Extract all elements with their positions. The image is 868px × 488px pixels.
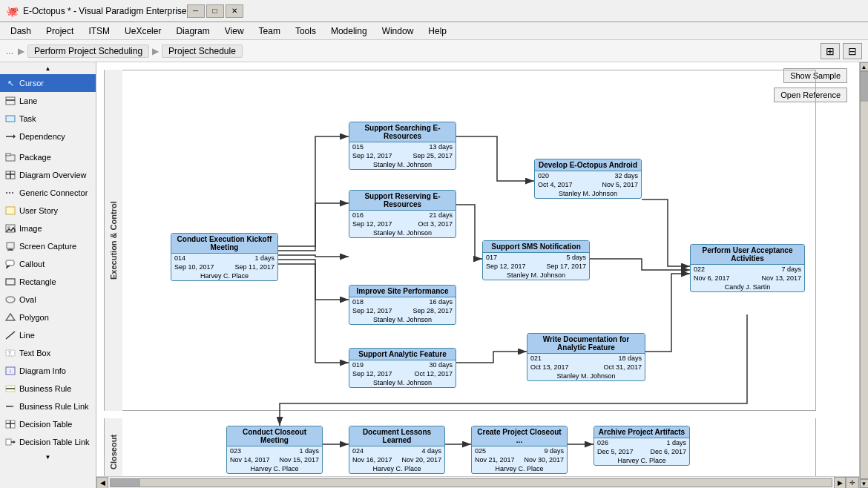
tool-callout[interactable]: Callout (0, 255, 96, 273)
svg-rect-17 (6, 260, 14, 266)
menu-window[interactable]: Window (375, 24, 421, 38)
user-story-icon (4, 205, 16, 217)
svg-rect-0 (6, 97, 15, 105)
vscroll-track[interactable] (860, 71, 869, 479)
menu-team[interactable]: Team (251, 24, 288, 38)
canvas: Show Sample Open Reference Execution & C… (96, 62, 853, 488)
task-014[interactable]: Conduct Execution Kickoff Meeting 0141 d… (171, 233, 278, 281)
task-024[interactable]: Document Lessons Learned 0244 days Nov 1… (349, 426, 445, 474)
menu-itsm[interactable]: ITSM (81, 24, 117, 38)
task-016-person: Stanley M. Johnson (349, 228, 456, 237)
task-017[interactable]: Support SMS Notification 0175 days Sep 1… (482, 240, 590, 280)
menu-uexceler[interactable]: UeXceler (117, 24, 168, 38)
panel-scroll-up[interactable]: ▲ (0, 62, 96, 74)
task-025-title: Create Project Closeout ... (472, 426, 567, 446)
tool-generic-connector-label: Generic Connector (19, 188, 88, 197)
screen-capture-icon (4, 240, 16, 252)
panel-scroll-down[interactable]: ▼ (0, 451, 96, 463)
tool-rectangle[interactable]: Rectangle (0, 273, 96, 291)
business-rule-link-icon (4, 400, 16, 412)
task-017-person: Stanley M. Johnson (483, 271, 589, 280)
menu-help[interactable]: Help (421, 24, 454, 38)
line-icon (4, 329, 16, 341)
task-015-dates: Sep 12, 2017Sep 25, 2017 (349, 151, 456, 160)
scroll-left-button[interactable]: ◀ (96, 477, 108, 489)
breadcrumb-btn-1[interactable]: ⊞ (821, 43, 840, 59)
tool-package[interactable]: Package (0, 148, 96, 166)
tool-business-rule-link[interactable]: Business Rule Link (0, 398, 96, 415)
tool-decision-table-link[interactable]: Decision Table Link (0, 433, 96, 451)
tool-user-story[interactable]: User Story (0, 202, 96, 220)
task-018[interactable]: Improve Site Performance 01816 days Sep … (349, 285, 456, 325)
tool-lane[interactable]: Lane (0, 92, 96, 110)
hscroll-thumb[interactable] (111, 479, 140, 487)
tool-oval[interactable]: Oval (0, 291, 96, 309)
task-021-title: Write Documentation for Analytic Feature (527, 334, 645, 354)
breadcrumb-home[interactable]: ... (6, 46, 13, 56)
scroll-right-button[interactable]: ▶ (834, 477, 846, 489)
task-020-title: Develop E-Octopus Android (535, 159, 641, 171)
task-023-person: Harvey C. Place (227, 464, 322, 473)
tool-screen-capture-label: Screen Capture (19, 242, 76, 251)
tool-dependency[interactable]: Dependency (0, 128, 96, 145)
menu-tools[interactable]: Tools (288, 24, 323, 38)
tool-task[interactable]: Task (0, 110, 96, 128)
tool-text-box[interactable]: T Text Box (0, 344, 96, 362)
tool-business-rule[interactable]: Business Rule (0, 380, 96, 398)
tool-cursor[interactable]: ↖ Cursor (0, 74, 96, 92)
task-014-dates: Sep 10, 2017Sep 11, 2017 (171, 263, 277, 271)
tool-line[interactable]: Line (0, 326, 96, 344)
task-025[interactable]: Create Project Closeout ... 0259 days No… (471, 426, 568, 474)
lane-icon (4, 95, 16, 107)
menu-project[interactable]: Project (39, 24, 81, 38)
task-017-title: Support SMS Notification (483, 241, 589, 253)
task-icon (4, 113, 16, 125)
zoom-button[interactable]: ✛ (846, 477, 859, 489)
task-016[interactable]: Support Reserving E-Resources 01621 days… (349, 190, 456, 238)
tool-decision-table-label: Decision Table (19, 420, 72, 429)
breadcrumb-arrow-1: ▶ (18, 46, 24, 56)
vscroll-up[interactable]: ▲ (860, 62, 869, 71)
tool-decision-table[interactable]: Decision Table (0, 415, 96, 433)
task-023[interactable]: Conduct Closeout Meeting 0231 days Nov 1… (226, 426, 323, 474)
task-026[interactable]: Archive Project Artifacts 0261 days Dec … (594, 426, 690, 466)
task-019[interactable]: Support Analytic Feature 01930 days Sep … (349, 348, 456, 388)
vscroll-down[interactable]: ▼ (860, 479, 869, 488)
svg-marker-29 (13, 405, 15, 408)
task-021[interactable]: Write Documentation for Analytic Feature… (527, 333, 645, 381)
task-022-person: Candy J. Sartin (691, 283, 804, 291)
menu-modeling[interactable]: Modeling (323, 24, 375, 38)
task-015[interactable]: Support Searching E-Resources 01513 days… (349, 122, 456, 170)
task-026-dates: Dec 5, 2017Dec 6, 2017 (594, 447, 689, 456)
menu-dash[interactable]: Dash (3, 24, 39, 38)
breadcrumb-item-1[interactable]: Perform Project Scheduling (27, 44, 149, 58)
task-014-row: 0141 days (171, 254, 277, 263)
task-021-dates: Oct 13, 2017Oct 31, 2017 (527, 363, 645, 372)
minimize-button[interactable]: ─ (187, 4, 205, 18)
task-023-title: Conduct Closeout Meeting (227, 426, 322, 446)
diagram-area[interactable]: Show Sample Open Reference Execution & C… (96, 62, 859, 488)
tool-callout-label: Callout (19, 260, 45, 268)
task-019-row: 01930 days (349, 360, 456, 369)
tool-image[interactable]: Image (0, 220, 96, 237)
window-controls: ─ □ ✕ (187, 4, 243, 18)
maximize-button[interactable]: □ (206, 4, 224, 18)
tool-screen-capture[interactable]: Screen Capture (0, 237, 96, 255)
breadcrumb-item-2[interactable]: Project Schedule (162, 44, 243, 58)
task-020[interactable]: Develop E-Octopus Android 02032 days Oct… (534, 159, 642, 199)
tool-diagram-overview[interactable]: Diagram Overview (0, 166, 96, 184)
task-025-person: Harvey C. Place (472, 464, 567, 473)
horizontal-scrollbar[interactable] (110, 478, 832, 487)
tool-generic-connector[interactable]: Generic Connector (0, 184, 96, 202)
app-title: E-Octopus * - Visual Paradigm Enterprise (23, 6, 187, 16)
cursor-icon: ↖ (4, 77, 16, 89)
tool-diagram-info[interactable]: i Diagram Info (0, 362, 96, 380)
menu-diagram[interactable]: Diagram (168, 24, 217, 38)
menu-view[interactable]: View (217, 24, 251, 38)
close-button[interactable]: ✕ (226, 4, 243, 18)
breadcrumb-btn-2[interactable]: ⊟ (843, 43, 862, 59)
tool-polygon[interactable]: Polygon (0, 309, 96, 326)
vscroll-thumb[interactable] (861, 72, 868, 102)
task-022[interactable]: Perform User Acceptance Activities 0227 … (690, 244, 805, 292)
task-020-dates: Oct 4, 2017Nov 5, 2017 (535, 180, 641, 189)
